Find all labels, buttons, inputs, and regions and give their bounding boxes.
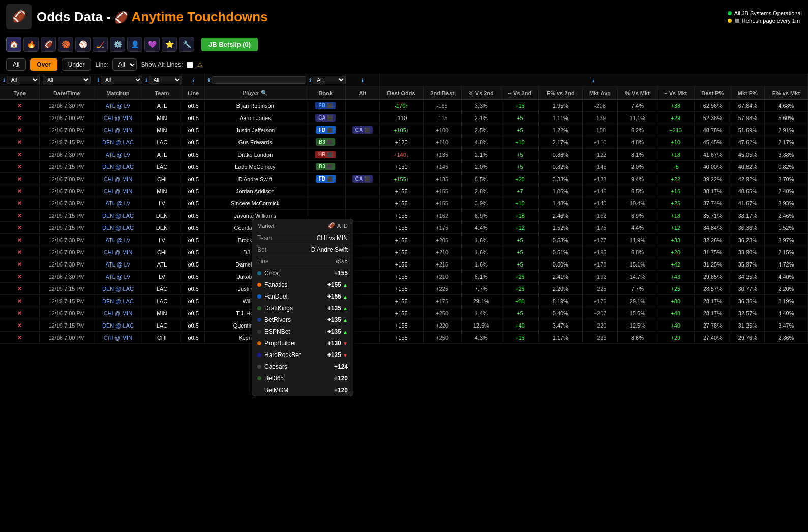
remove-btn[interactable]: × xyxy=(18,334,22,341)
player-filter-input[interactable] xyxy=(212,76,306,84)
vs2nd-pct-cell: 1.6% xyxy=(461,258,501,271)
datetime-cell: 12/19 7:15 PM xyxy=(40,319,94,332)
book-badge[interactable]: HR ⬛ xyxy=(315,151,336,158)
nav-tools-btn[interactable]: 🔧 xyxy=(179,37,194,52)
book-badge[interactable]: FD ⬛ xyxy=(316,126,336,134)
remove-btn[interactable]: × xyxy=(18,175,22,183)
mkt-p-cell: 35.97% xyxy=(731,258,764,271)
info-icon-player[interactable]: ℹ xyxy=(208,77,210,83)
remove-btn[interactable]: × xyxy=(18,236,22,244)
nav-hockey-btn[interactable]: 🏒 xyxy=(93,37,108,52)
remove-btn[interactable]: × xyxy=(18,163,22,170)
popup-book-row[interactable]: FanDuel +155 ▲ xyxy=(252,291,353,303)
type-filter-select[interactable]: All xyxy=(7,76,40,84)
info-icon-type[interactable]: ℹ xyxy=(3,77,5,83)
line-select[interactable]: All xyxy=(112,58,137,71)
team-filter-select[interactable]: All xyxy=(149,76,182,84)
remove-btn[interactable]: × xyxy=(18,126,22,134)
remove-btn[interactable]: × xyxy=(18,151,22,158)
filter-under-btn[interactable]: Under xyxy=(62,58,92,71)
info-icon-team[interactable]: ℹ xyxy=(145,77,147,83)
book-badge[interactable]: EB ⬛ xyxy=(315,102,336,109)
second-best-cell: +145 xyxy=(423,161,461,173)
alt-badge[interactable]: CA ⬛ xyxy=(352,175,373,183)
nav-basketball-btn[interactable]: 🏀 xyxy=(58,37,73,52)
info-icon-matchup[interactable]: ℹ xyxy=(97,77,99,83)
book-filter-select[interactable]: All xyxy=(313,76,346,84)
best-odds-cell: +150 xyxy=(379,161,423,173)
table-row: ×12/19 7:15 PMDEN @ LACLACo0.5Ladd McCon… xyxy=(0,161,808,173)
nav-purple-star-btn[interactable]: 💜 xyxy=(144,37,160,52)
betslip-button[interactable]: JB Betslip (0) xyxy=(201,38,258,51)
filter-all-btn[interactable]: All xyxy=(6,58,26,71)
vs2nd-plus-cell: +5 xyxy=(501,234,538,246)
datetime-filter-select[interactable]: All xyxy=(43,76,91,84)
remove-btn[interactable]: × xyxy=(18,212,22,219)
nav-person-btn[interactable]: 👤 xyxy=(127,37,142,52)
nav-fire-btn[interactable]: 🔥 xyxy=(23,37,39,52)
matchup-filter-select[interactable]: All xyxy=(101,76,142,84)
mkt-avg-cell: +122 xyxy=(582,149,617,161)
remove-cell: × xyxy=(0,319,40,332)
best-odds-cell: +155 xyxy=(379,234,423,246)
th-datetime: Date/Time xyxy=(40,87,94,100)
remove-btn[interactable]: × xyxy=(18,273,22,280)
vs-mkt-pct-cell: 7.7% xyxy=(618,283,657,295)
evs-mkt-cell: 2.17% xyxy=(764,136,807,149)
popup-book-row[interactable]: DraftKings +135 ▲ xyxy=(252,303,353,314)
remove-btn[interactable]: × xyxy=(18,309,22,317)
remove-btn[interactable]: × xyxy=(18,138,22,146)
info-icon-extra[interactable]: ℹ xyxy=(592,78,594,83)
popup-book-odds: +135 ▲ xyxy=(322,328,348,335)
show-alt-checkbox[interactable] xyxy=(187,62,193,68)
datetime-cell: 12/19 7:15 PM xyxy=(40,210,94,222)
popup-book-name: FanDuel xyxy=(257,293,308,300)
arrow-up-icon: ▲ xyxy=(343,317,348,323)
best-odds-cell: +155 xyxy=(379,319,423,332)
filter-over-btn[interactable]: Over xyxy=(30,58,57,71)
alt-badge[interactable]: CA ⬛ xyxy=(352,126,373,134)
book-badge[interactable]: B3 ⬛ xyxy=(316,138,336,146)
remove-btn[interactable]: × xyxy=(18,297,22,305)
remove-cell: × xyxy=(0,295,40,307)
book-badge[interactable]: FD ⬛ xyxy=(316,175,336,183)
popup-book-row[interactable]: ESPNBet +135 ▲ xyxy=(252,326,353,338)
line-cell: o0.5 xyxy=(182,173,205,185)
nav-star-btn[interactable]: ⭐ xyxy=(162,37,177,52)
remove-btn[interactable]: × xyxy=(18,114,22,122)
remove-btn[interactable]: × xyxy=(18,199,22,207)
remove-btn[interactable]: × xyxy=(18,248,22,256)
mkt-p-cell: 41.67% xyxy=(731,197,764,210)
vs2nd-pct-cell: 1.6% xyxy=(461,234,501,246)
evs-mkt-cell: 3.47% xyxy=(764,319,807,332)
nav-football-btn[interactable]: 🏈 xyxy=(41,37,56,52)
mkt-avg-cell: +133 xyxy=(582,173,617,185)
book-cell: B3 ⬛ xyxy=(306,136,345,149)
remove-btn[interactable]: × xyxy=(18,224,22,231)
book-badge[interactable]: CA ⬛ xyxy=(315,114,336,122)
popup-book-row[interactable]: PropBuilder +130 ▼ xyxy=(252,338,353,344)
info-icon-line[interactable]: ℹ xyxy=(192,78,194,83)
table-row: ×12/16 7:30 PMATL @ LVLVo0.5Jakobi Meyer… xyxy=(0,271,808,283)
nav-home-btn[interactable]: 🏠 xyxy=(6,37,21,52)
info-icon-book[interactable]: ℹ xyxy=(309,77,311,83)
remove-btn[interactable]: × xyxy=(18,321,22,329)
vs-mkt-pct-cell: 8.6% xyxy=(618,332,657,344)
mkt-avg-cell: -139 xyxy=(582,112,617,124)
popup-book-row[interactable]: Fanatics +155 ▲ xyxy=(252,279,353,291)
remove-btn[interactable]: × xyxy=(18,102,22,109)
best-odds-cell: +155 xyxy=(379,271,423,283)
vs-mkt-plus-cell: +40 xyxy=(657,319,694,332)
popup-book-row[interactable]: Circa +155 xyxy=(252,268,353,279)
info-icon-alt[interactable]: ℹ xyxy=(362,78,364,83)
nav-baseball-btn[interactable]: ⚾ xyxy=(75,37,91,52)
remove-btn[interactable]: × xyxy=(18,187,22,195)
nav-gear-btn[interactable]: ⚙️ xyxy=(110,37,125,52)
remove-cell: × xyxy=(0,258,40,271)
popup-book-row[interactable]: BetRivers +135 ▲ xyxy=(252,314,353,326)
second-best-cell: +210 xyxy=(423,246,461,258)
remove-btn[interactable]: × xyxy=(18,285,22,292)
popup-book-name: ESPNBet xyxy=(257,328,308,335)
remove-btn[interactable]: × xyxy=(18,260,22,268)
book-badge[interactable]: B3 ⬛ xyxy=(316,163,336,170)
